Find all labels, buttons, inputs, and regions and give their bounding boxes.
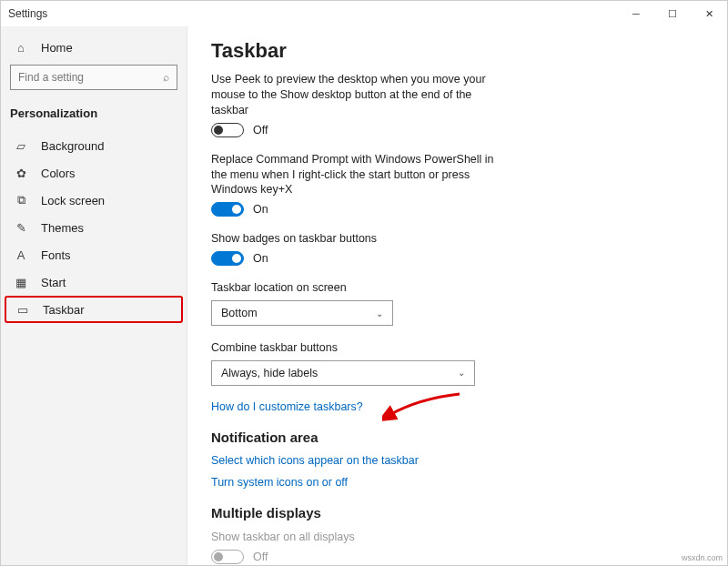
- combine-dropdown[interactable]: Always, hide labels ⌄: [211, 360, 475, 386]
- sidebar-item-start[interactable]: ▦ Start: [5, 268, 183, 296]
- notification-link-system-icons[interactable]: Turn system icons on or off: [211, 476, 703, 489]
- main-content: Taskbar Use Peek to preview the desktop …: [187, 26, 727, 565]
- sidebar-home[interactable]: ⌂ Home: [5, 34, 183, 61]
- help-link[interactable]: How do I customize taskbars?: [211, 400, 703, 413]
- colors-icon: ✿: [14, 167, 28, 180]
- location-label: Taskbar location on screen: [211, 280, 502, 296]
- show-all-label: Show taskbar on all displays: [211, 530, 502, 545]
- badges-state: On: [253, 252, 268, 265]
- sidebar: ⌂ Home Find a setting ⌕ Personalization …: [1, 26, 187, 565]
- badges-toggle[interactable]: [211, 251, 244, 266]
- sidebar-home-label: Home: [41, 41, 73, 55]
- sidebar-item-label: Fonts: [41, 248, 71, 262]
- lockscreen-icon: ⧉: [14, 193, 28, 207]
- sidebar-item-label: Lock screen: [41, 194, 105, 207]
- background-icon: ▱: [14, 139, 28, 153]
- sidebar-item-background[interactable]: ▱ Background: [5, 132, 183, 159]
- peek-toggle[interactable]: [211, 123, 244, 137]
- combine-value: Always, hide labels: [221, 367, 318, 379]
- sidebar-item-colors[interactable]: ✿ Colors: [5, 159, 183, 187]
- sidebar-item-lockscreen[interactable]: ⧉ Lock screen: [5, 187, 183, 214]
- titlebar: Settings ─ ☐ ✕: [1, 1, 727, 26]
- sidebar-item-label: Background: [41, 139, 104, 153]
- badges-label: Show badges on taskbar buttons: [211, 231, 502, 247]
- sidebar-item-label: Colors: [41, 167, 76, 180]
- peek-state: Off: [253, 124, 268, 136]
- powershell-toggle[interactable]: [211, 202, 244, 217]
- start-icon: ▦: [14, 276, 28, 289]
- location-value: Bottom: [221, 307, 258, 319]
- window-title: Settings: [8, 7, 47, 20]
- show-all-state: Off: [253, 551, 268, 563]
- notification-heading: Notification area: [211, 430, 703, 445]
- powershell-label: Replace Command Prompt with Windows Powe…: [211, 152, 502, 198]
- notification-link-icons[interactable]: Select which icons appear on the taskbar: [211, 454, 703, 467]
- sidebar-item-label: Taskbar: [43, 303, 85, 317]
- close-button[interactable]: ✕: [691, 1, 727, 26]
- minimize-button[interactable]: ─: [618, 1, 654, 26]
- themes-icon: ✎: [14, 221, 28, 235]
- maximize-button[interactable]: ☐: [654, 1, 691, 26]
- search-placeholder: Find a setting: [18, 71, 84, 84]
- fonts-icon: A: [14, 248, 28, 262]
- search-input[interactable]: Find a setting ⌕: [10, 65, 177, 90]
- powershell-state: On: [253, 203, 268, 216]
- sidebar-item-fonts[interactable]: A Fonts: [5, 241, 183, 268]
- combine-label: Combine taskbar buttons: [211, 340, 502, 356]
- location-dropdown[interactable]: Bottom ⌄: [211, 300, 393, 326]
- sidebar-item-label: Themes: [41, 221, 84, 235]
- watermark: wsxdn.com: [682, 553, 723, 562]
- peek-label: Use Peek to preview the desktop when you…: [211, 72, 502, 118]
- page-title: Taskbar: [211, 39, 703, 63]
- sidebar-item-taskbar[interactable]: ▭ Taskbar: [5, 296, 183, 323]
- sidebar-section-header: Personalization: [5, 99, 183, 126]
- sidebar-item-label: Start: [41, 276, 66, 289]
- taskbar-icon: ▭: [15, 303, 30, 317]
- chevron-down-icon: ⌄: [376, 308, 383, 318]
- sidebar-item-themes[interactable]: ✎ Themes: [5, 214, 183, 241]
- home-icon: ⌂: [14, 41, 28, 55]
- show-all-toggle: [211, 550, 244, 564]
- chevron-down-icon: ⌄: [458, 368, 465, 378]
- multiple-displays-heading: Multiple displays: [211, 505, 703, 521]
- search-icon: ⌕: [163, 71, 169, 84]
